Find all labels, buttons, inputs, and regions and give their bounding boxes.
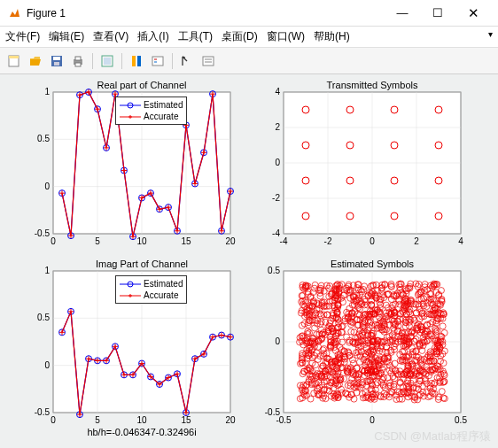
insert-legend-icon[interactable]: [149, 52, 167, 70]
menu-help[interactable]: 帮助(H): [314, 29, 350, 44]
svg-text:-0.5: -0.5: [265, 407, 281, 417]
svg-text:0.5: 0.5: [37, 134, 50, 143]
svg-text:0.5: 0.5: [455, 415, 467, 425]
svg-text:10: 10: [136, 236, 147, 246]
subplot-3: Estimated Symbols-0.500.5-0.500.5: [284, 271, 461, 413]
legend[interactable]: EstimatedAccurate: [115, 97, 187, 125]
svg-rect-15: [203, 57, 214, 66]
svg-text:-0.5: -0.5: [35, 228, 51, 238]
svg-text:4: 4: [458, 236, 463, 246]
axes-title: Real part of Channel: [53, 80, 230, 90]
svg-text:-4: -4: [280, 236, 288, 246]
print-icon[interactable]: [69, 52, 87, 70]
svg-text:-2: -2: [272, 193, 280, 203]
titlebar: Figure 1 — ☐ ✕: [0, 0, 498, 27]
axes-title: Imag Part of Channel: [53, 259, 230, 269]
svg-text:0.5: 0.5: [268, 266, 280, 275]
svg-text:0: 0: [370, 415, 375, 425]
insert-colorbar-icon[interactable]: [128, 52, 145, 70]
menu-insert[interactable]: 插入(I): [137, 29, 168, 44]
axes-title: Transmitted Symbols: [284, 80, 461, 90]
subplot-2: Imag Part of ChannelEstimatedAccurate051…: [53, 271, 230, 413]
axes-title: Estimated Symbols: [284, 259, 461, 269]
svg-text:0: 0: [51, 236, 56, 246]
svg-rect-4: [54, 62, 59, 66]
svg-text:5: 5: [95, 415, 100, 425]
save-icon[interactable]: [48, 52, 66, 70]
toolbar: [0, 48, 498, 74]
minimize-button[interactable]: —: [385, 1, 420, 26]
svg-rect-12: [152, 57, 163, 66]
menu-desktop[interactable]: 桌面(D): [222, 29, 258, 44]
svg-text:15: 15: [181, 236, 191, 246]
window-title: Figure 1: [27, 7, 385, 19]
svg-text:20: 20: [225, 236, 236, 246]
subplot-1: Transmitted Symbols-4-2024-4-2024: [284, 92, 461, 234]
svg-text:0: 0: [275, 158, 280, 167]
svg-text:4: 4: [275, 87, 280, 97]
svg-rect-1: [9, 56, 19, 58]
svg-text:-2: -2: [324, 236, 332, 246]
svg-rect-11: [137, 56, 141, 66]
new-figure-icon[interactable]: [5, 52, 23, 70]
svg-text:0: 0: [44, 360, 50, 370]
maximize-button[interactable]: ☐: [420, 1, 455, 26]
menu-window[interactable]: 窗口(W): [267, 29, 305, 44]
menu-view[interactable]: 查看(V): [93, 29, 128, 44]
svg-text:-0.5: -0.5: [35, 407, 51, 417]
menu-edit[interactable]: 编辑(E): [49, 29, 84, 44]
svg-text:2: 2: [275, 122, 280, 132]
svg-text:1: 1: [44, 87, 50, 97]
svg-rect-6: [75, 57, 81, 60]
data-cursor-icon[interactable]: [199, 52, 217, 70]
subplot-0: Real part of ChannelEstimatedAccurate051…: [53, 92, 230, 234]
open-icon[interactable]: [27, 52, 44, 70]
menubar: 文件(F) 编辑(E) 查看(V) 插入(I) 工具(T) 桌面(D) 窗口(W…: [0, 27, 498, 48]
svg-text:15: 15: [181, 415, 191, 425]
menu-file[interactable]: 文件(F): [5, 29, 40, 44]
matlab-icon: [7, 6, 21, 20]
svg-text:0: 0: [275, 336, 280, 346]
watermark: CSDN @Matlab程序猿: [374, 429, 491, 444]
svg-text:5: 5: [95, 236, 100, 246]
xlabel: hb/h=-0.046347-0.32496i: [53, 427, 230, 437]
svg-text:20: 20: [225, 415, 236, 425]
legend[interactable]: EstimatedAccurate: [115, 275, 187, 304]
svg-rect-7: [75, 63, 81, 66]
svg-text:0: 0: [51, 415, 56, 425]
svg-text:2: 2: [414, 236, 419, 246]
menu-tools[interactable]: 工具(T): [178, 29, 213, 44]
link-icon[interactable]: [98, 52, 116, 70]
svg-text:0.5: 0.5: [37, 313, 50, 322]
svg-text:10: 10: [136, 415, 147, 425]
svg-rect-3: [53, 57, 60, 60]
close-button[interactable]: ✕: [455, 1, 491, 26]
svg-text:1: 1: [44, 266, 50, 275]
plot-area: CSDN @Matlab程序猿 Real part of ChannelEsti…: [0, 74, 498, 448]
edit-plot-icon[interactable]: [178, 52, 196, 70]
svg-rect-10: [132, 56, 136, 66]
svg-text:-4: -4: [272, 228, 280, 238]
menu-overflow-icon[interactable]: ▾: [488, 29, 493, 39]
svg-text:0: 0: [44, 182, 50, 191]
svg-rect-9: [104, 58, 111, 65]
svg-text:0: 0: [370, 236, 375, 246]
